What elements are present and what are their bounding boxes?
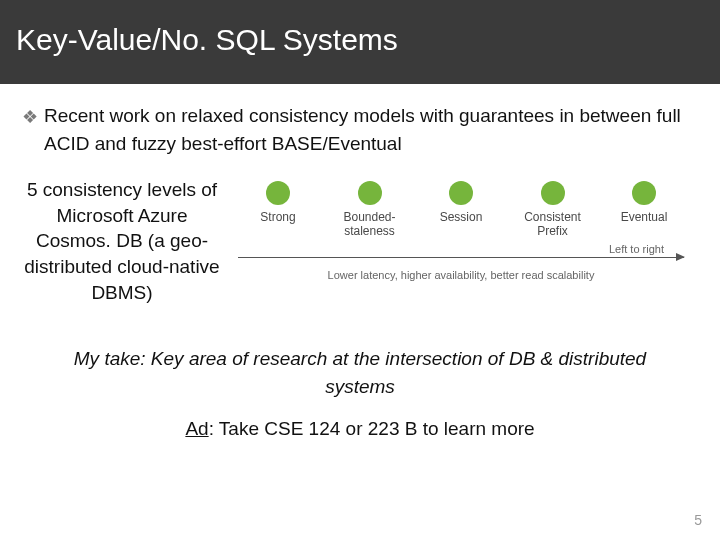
diagram-row: 5 consistency levels of Microsoft Azure … (22, 173, 698, 305)
level-label: Bounded-staleness (343, 211, 395, 239)
arrow-caption-bottom: Lower latency, higher availability, bett… (238, 269, 684, 281)
consistency-diagram: Strong Bounded-staleness Session Consist… (232, 173, 698, 281)
level-eventual: Eventual (602, 181, 686, 239)
bullet-item: ❖ Recent work on relaxed consistency mod… (22, 102, 698, 157)
arrow-right-icon (238, 257, 684, 265)
dot-icon (266, 181, 290, 205)
my-take-text: My take: Key area of research at the int… (22, 345, 698, 400)
dot-icon (358, 181, 382, 205)
dot-icon (449, 181, 473, 205)
level-label: Strong (260, 211, 295, 239)
ad-content: : Take CSE 124 or 223 B to learn more (209, 418, 535, 439)
level-label: ConsistentPrefix (524, 211, 581, 239)
level-strong: Strong (236, 181, 320, 239)
bullet-text: Recent work on relaxed consistency model… (44, 102, 698, 157)
levels-row: Strong Bounded-staleness Session Consist… (232, 181, 690, 239)
level-label: Session (440, 211, 483, 239)
slide-title: Key-Value/No. SQL Systems (16, 23, 398, 57)
title-bar: Key-Value/No. SQL Systems (0, 0, 720, 84)
bullet-diamond-icon: ❖ (22, 104, 38, 130)
level-label: Eventual (621, 211, 668, 239)
slide-body: ❖ Recent work on relaxed consistency mod… (0, 84, 720, 440)
page-number: 5 (694, 512, 702, 528)
ad-text: Ad: Take CSE 124 or 223 B to learn more (22, 418, 698, 440)
level-bounded-staleness: Bounded-staleness (328, 181, 412, 239)
diagram-caption: 5 consistency levels of Microsoft Azure … (22, 173, 222, 305)
level-consistent-prefix: ConsistentPrefix (511, 181, 595, 239)
ad-label: Ad (185, 418, 208, 439)
dot-icon (541, 181, 565, 205)
arrow-caption-top: Left to right (238, 243, 684, 255)
dot-icon (632, 181, 656, 205)
arrow: Left to right Lower latency, higher avai… (232, 243, 690, 281)
level-session: Session (419, 181, 503, 239)
